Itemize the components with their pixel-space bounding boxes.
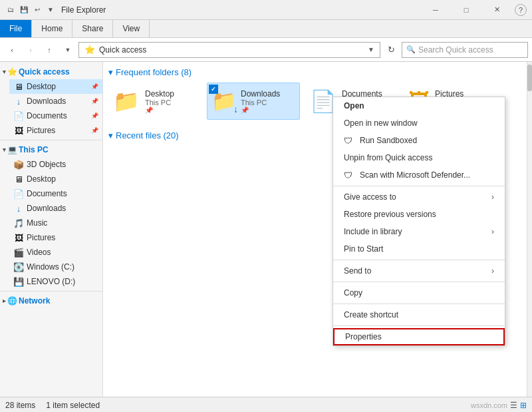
folder-downloads-arrow-icon: ↓ <box>233 104 238 114</box>
brand-label: wsxdn.com <box>471 401 507 409</box>
ctx-include-library[interactable]: Include in library › <box>333 223 505 240</box>
network-icon: 🌐 <box>7 296 17 306</box>
sidebar-downloads-pc-label: Downloads <box>27 204 98 213</box>
search-box[interactable]: 🔍 Search Quick access <box>402 42 528 58</box>
sidebar-lenovo-d-label: LENOVO (D:) <box>27 277 98 286</box>
folder-desktop-info: Desktop This PC 📌 <box>145 89 174 114</box>
recent-files-title: Recent files (20) <box>116 130 179 140</box>
sidebar-desktop-pc-label: Desktop <box>27 174 98 184</box>
ctx-send-to[interactable]: Send to › <box>333 262 505 280</box>
ctx-open-new-window[interactable]: Open in new window <box>333 114 505 132</box>
sidebar-item-lenovo-d[interactable]: 💾 LENOVO (D:) <box>9 274 102 289</box>
ctx-scan-defender[interactable]: 🛡 Scan with Microsoft Defender... <box>333 166 505 184</box>
windows-c-icon: 💽 <box>13 262 24 272</box>
folder-downloads-info: Downloads This PC 📌 <box>241 89 280 114</box>
ctx-create-shortcut[interactable]: Create shortcut <box>333 306 505 323</box>
recent-files-chevron: ▾ <box>108 130 113 140</box>
sidebar: ▾ ⭐ Quick access 🖥 Desktop 📌 ↓ Downloads… <box>0 62 103 397</box>
ctx-open[interactable]: Open <box>333 97 505 114</box>
address-input[interactable]: ⭐ Quick access ▼ <box>78 42 380 58</box>
sidebar-item-desktop-pc[interactable]: 🖥 Desktop <box>9 172 102 186</box>
music-icon: 🎵 <box>13 218 24 228</box>
pictures-icon: 🖼 <box>13 126 24 136</box>
sidebar-group-this-pc[interactable]: ▾ 💻 This PC <box>0 142 102 157</box>
ctx-separator-3 <box>333 282 505 282</box>
recent-locations-button[interactable]: ▼ <box>60 42 76 58</box>
view-toggle-list[interactable]: ☰ <box>510 401 517 410</box>
sidebar-item-documents[interactable]: 📄 Documents 📌 <box>9 108 102 123</box>
sandboxed-icon: 🛡 <box>344 136 354 146</box>
sidebar-group-network[interactable]: ▸ 🌐 Network <box>0 294 102 308</box>
sidebar-network-label: Network <box>19 296 50 306</box>
sidebar-documents-label: Documents <box>27 111 87 120</box>
tab-share[interactable]: Share <box>72 20 113 37</box>
folder-desktop-name: Desktop <box>145 89 174 99</box>
ctx-give-access[interactable]: Give access to › <box>333 188 505 206</box>
this-pc-icon: 💻 <box>7 145 17 154</box>
ctx-restore-versions[interactable]: Restore previous versions <box>333 206 505 223</box>
address-dropdown-icon: ▼ <box>368 46 374 53</box>
folder-downloads-pin: 📌 <box>241 106 280 114</box>
title-bar: 🗂 💾 ↩ ▼ File Explorer ─ □ ✕ ? <box>0 0 532 20</box>
search-icon: 🔍 <box>406 45 416 54</box>
ctx-unpin[interactable]: Unpin from Quick access <box>333 149 505 166</box>
sidebar-item-videos[interactable]: 🎬 Videos <box>9 245 102 260</box>
tab-file[interactable]: File <box>0 20 32 37</box>
ctx-copy[interactable]: Copy <box>333 284 505 302</box>
title-bar-icons: 🗂 💾 ↩ ▼ <box>5 5 56 15</box>
tab-home[interactable]: Home <box>32 20 72 37</box>
tab-view[interactable]: View <box>113 20 150 37</box>
sidebar-item-windows-c[interactable]: 💽 Windows (C:) <box>9 260 102 274</box>
close-button[interactable]: ✕ <box>481 0 512 20</box>
sidebar-group-quick-access[interactable]: ▾ ⭐ Quick access <box>0 65 102 79</box>
this-pc-chevron: ▾ <box>3 146 6 153</box>
scrollbar-thumb[interactable] <box>527 65 532 91</box>
network-chevron: ▸ <box>3 298 6 304</box>
search-placeholder: Search Quick access <box>418 45 493 55</box>
sidebar-item-desktop[interactable]: 🖥 Desktop 📌 <box>9 79 102 94</box>
status-selected: 1 item selected <box>46 401 100 410</box>
forward-button[interactable]: › <box>23 42 39 58</box>
maximize-button[interactable]: □ <box>451 0 481 20</box>
sidebar-pictures-label: Pictures <box>27 126 87 135</box>
folder-downloads[interactable]: 📁 ↓ ✓ Downloads This PC 📌 <box>207 83 300 120</box>
window-controls: ─ □ ✕ <box>420 0 512 20</box>
pictures-pc-icon: 🖼 <box>13 233 24 243</box>
context-menu: Open Open in new window 🛡 Run Sandboxed … <box>332 97 505 346</box>
back-button[interactable]: ‹ <box>4 42 20 58</box>
sidebar-item-pictures-pc[interactable]: 🖼 Pictures <box>9 230 102 245</box>
vertical-scrollbar[interactable] <box>527 62 532 397</box>
help-button[interactable]: ? <box>515 4 527 16</box>
undo-icon: ↩ <box>32 5 43 15</box>
address-path-text: Quick access <box>99 45 361 55</box>
sidebar-item-downloads[interactable]: ↓ Downloads 📌 <box>9 94 102 108</box>
ribbon: File Home Share View <box>0 20 532 38</box>
view-toggle-grid[interactable]: ⊞ <box>520 401 527 410</box>
sidebar-item-music[interactable]: 🎵 Music <box>9 216 102 230</box>
status-bar: 28 items 1 item selected wsxdn.com ☰ ⊞ <box>0 397 532 412</box>
ctx-give-access-label: Give access to <box>344 192 396 202</box>
sidebar-item-documents-pc[interactable]: 📄 Documents <box>9 186 102 201</box>
ctx-pin-start[interactable]: Pin to Start <box>333 240 505 258</box>
ctx-separator-2 <box>333 260 505 260</box>
sidebar-item-3d-objects[interactable]: 📦 3D Objects <box>9 157 102 172</box>
give-access-arrow-icon: › <box>491 192 494 202</box>
sidebar-item-pictures[interactable]: 🖼 Pictures 📌 <box>9 123 102 138</box>
documents-pin-icon: 📌 <box>91 112 98 119</box>
lenovo-d-icon: 💾 <box>13 277 24 287</box>
ctx-run-sandboxed[interactable]: 🛡 Run Sandboxed <box>333 132 505 149</box>
send-to-arrow-icon: › <box>491 266 494 276</box>
ctx-properties-label: Properties <box>345 332 382 341</box>
ctx-properties[interactable]: Properties <box>333 328 505 345</box>
include-library-arrow-icon: › <box>491 227 494 236</box>
up-button[interactable]: ↑ <box>41 42 57 58</box>
refresh-button[interactable]: ↻ <box>383 42 399 58</box>
sidebar-desktop-label: Desktop <box>27 82 87 91</box>
ctx-separator-1 <box>333 186 505 186</box>
minimize-button[interactable]: ─ <box>420 0 451 20</box>
folder-desktop[interactable]: 📁 Desktop This PC 📌 <box>108 83 201 120</box>
sidebar-item-downloads-pc[interactable]: ↓ Downloads <box>9 201 102 216</box>
folder-desktop-sub: This PC <box>145 99 174 106</box>
ribbon-tabs: File Home Share View <box>0 20 532 37</box>
ctx-scan-defender-label: Scan with Microsoft Defender... <box>360 170 470 180</box>
